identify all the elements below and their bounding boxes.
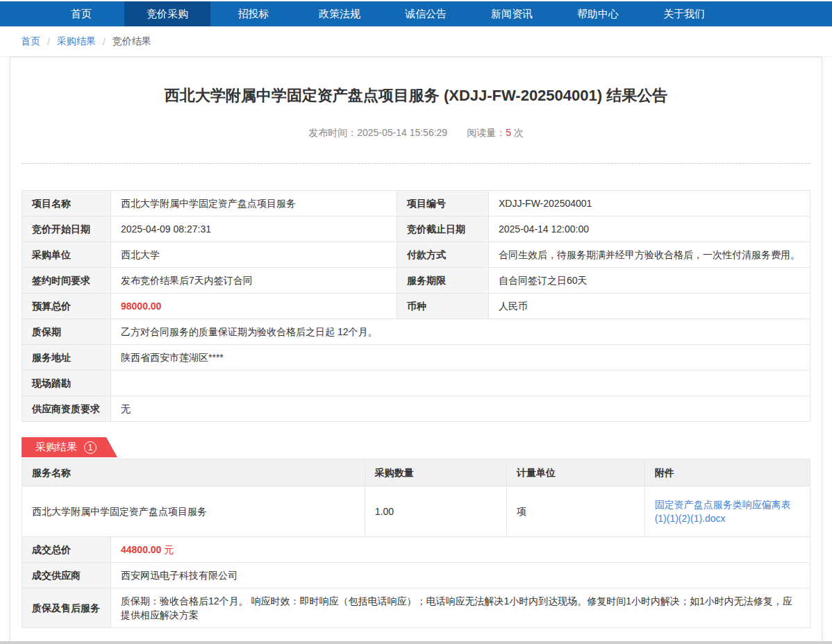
column-header-quantity: 采购数量 bbox=[365, 459, 506, 486]
quantity-cell: 1.00 bbox=[365, 486, 506, 537]
attachment-link[interactable]: 固定资产盘点服务类响应偏离表(1)(1)(2)(1).docx bbox=[655, 499, 791, 524]
table-row: 现场踏勘 bbox=[22, 371, 810, 396]
detail-label: 币种 bbox=[397, 294, 489, 319]
detail-value: 合同生效后，待服务期满并经甲方验收合格后，一次性付清服务费用。 bbox=[489, 242, 810, 268]
detail-value: 无 bbox=[111, 396, 810, 422]
nav-item-integrity-notices[interactable]: 诚信公告 bbox=[383, 1, 469, 26]
table-row: 西北大学附属中学固定资产盘点项目服务 1.00 项 固定资产盘点服务类响应偏离表… bbox=[22, 486, 810, 537]
detail-label: 质保期 bbox=[22, 319, 111, 345]
service-name-cell: 西北大学附属中学固定资产盘点项目服务 bbox=[22, 486, 365, 537]
purchase-result-table: 服务名称 采购数量 计量单位 附件 西北大学附属中学固定资产盘点项目服务 1.0… bbox=[22, 459, 810, 537]
project-details-table: 项目名称 西北大学附属中学固定资产盘点项目服务 项目编号 XDJJ-FW-202… bbox=[22, 190, 810, 422]
detail-value: 乙方对合同服务的质量保证期为验收合格后之日起 12个月。 bbox=[111, 319, 810, 345]
detail-label: 采购单位 bbox=[22, 242, 111, 268]
budget-total-value: 98000.00 bbox=[111, 294, 397, 319]
table-row: 质保及售后服务 质保期：验收合格后12个月。 响应时效：即时响应（包括电话响应）… bbox=[22, 588, 810, 628]
breadcrumb-purchase-results-link[interactable]: 采购结果 bbox=[57, 35, 96, 48]
detail-value: 发布竞价结果后7天内签订合同 bbox=[111, 268, 397, 294]
table-row: 成交供应商 西安网迅电子科技有限公司 bbox=[22, 563, 810, 588]
detail-label: 竞价截止日期 bbox=[397, 217, 489, 242]
table-row: 成交总价 44800.00 元 bbox=[22, 537, 810, 563]
breadcrumb-home-link[interactable]: 首页 bbox=[21, 35, 40, 48]
table-row: 质保期 乙方对合同服务的质量保证期为验收合格后之日起 12个月。 bbox=[22, 319, 810, 345]
table-row: 竞价开始日期 2025-04-09 08:27:31 竞价截止日期 2025-0… bbox=[22, 217, 810, 242]
detail-value: 人民币 bbox=[489, 294, 810, 319]
table-row: 供应商资质要求 无 bbox=[22, 396, 810, 422]
nav-item-news[interactable]: 新闻资讯 bbox=[469, 1, 555, 26]
divider bbox=[22, 163, 810, 164]
detail-label: 供应商资质要求 bbox=[22, 396, 111, 422]
deal-summary-table: 成交总价 44800.00 元 成交供应商 西安网迅电子科技有限公司 质保及售后… bbox=[22, 536, 810, 628]
publish-time-label: 发布时间： bbox=[308, 127, 357, 138]
detail-value: 2025-04-14 12:00:00 bbox=[489, 217, 810, 242]
detail-value bbox=[111, 371, 810, 396]
nav-item-policies[interactable]: 政策法规 bbox=[297, 1, 383, 26]
column-header-attachment: 附件 bbox=[644, 459, 810, 486]
detail-value: 自合同签订之日60天 bbox=[489, 268, 810, 294]
result-count-circle: 1 bbox=[84, 441, 97, 454]
announcement-card: 西北大学附属中学固定资产盘点项目服务 (XDJJ-FW-202504001) 结… bbox=[10, 57, 822, 644]
breadcrumb: 首页 / 采购结果 / 竞价结果 bbox=[0, 26, 832, 57]
detail-label: 项目名称 bbox=[22, 191, 111, 217]
deal-supplier-value: 西安网迅电子科技有限公司 bbox=[111, 563, 810, 588]
deal-total-amount: 44800.00 bbox=[121, 544, 161, 555]
table-row: 预算总价 98000.00 币种 人民币 bbox=[22, 294, 810, 319]
table-row: 项目名称 西北大学附属中学固定资产盘点项目服务 项目编号 XDJJ-FW-202… bbox=[22, 191, 810, 217]
detail-label: 签约时间要求 bbox=[22, 268, 111, 294]
nav-item-bidding-purchase[interactable]: 竞价采购 bbox=[124, 1, 210, 26]
views-label: 阅读量： bbox=[467, 127, 506, 138]
detail-label: 服务期限 bbox=[397, 268, 489, 294]
deal-supplier-label: 成交供应商 bbox=[22, 563, 111, 588]
views-unit: 次 bbox=[514, 127, 524, 138]
publish-time-value: 2025-05-14 15:56:29 bbox=[357, 127, 447, 138]
table-row: 采购单位 西北大学 付款方式 合同生效后，待服务期满并经甲方验收合格后，一次性付… bbox=[22, 242, 810, 268]
breadcrumb-current-page: 竞价结果 bbox=[113, 35, 151, 48]
detail-label: 付款方式 bbox=[397, 242, 489, 268]
warranty-service-label: 质保及售后服务 bbox=[22, 588, 111, 628]
nav-item-about-us[interactable]: 关于我们 bbox=[641, 1, 727, 26]
warranty-service-value: 质保期：验收合格后12个月。 响应时效：即时响应（包括电话响应）；电话响应无法解… bbox=[111, 588, 810, 628]
detail-label: 预算总价 bbox=[22, 294, 111, 319]
deal-total-label: 成交总价 bbox=[22, 537, 111, 563]
footer-top-strip bbox=[0, 641, 832, 644]
article-meta: 发布时间：2025-05-14 15:56:29阅读量：5 次 bbox=[10, 127, 822, 139]
nav-item-home[interactable]: 首页 bbox=[38, 1, 124, 26]
detail-label: 服务地址 bbox=[22, 345, 111, 371]
detail-value: XDJJ-FW-202504001 bbox=[489, 191, 810, 217]
table-row: 签约时间要求 发布竞价结果后7天内签订合同 服务期限 自合同签订之日60天 bbox=[22, 268, 810, 294]
column-header-service-name: 服务名称 bbox=[22, 459, 365, 486]
nav-item-tendering[interactable]: 招投标 bbox=[210, 1, 297, 26]
detail-value: 陕西省西安市莲湖区**** bbox=[111, 345, 810, 371]
deal-total-value: 44800.00 元 bbox=[111, 537, 810, 563]
attachment-cell: 固定资产盘点服务类响应偏离表(1)(1)(2)(1).docx bbox=[644, 486, 810, 537]
page-title: 西北大学附属中学固定资产盘点项目服务 (XDJJ-FW-202504001) 结… bbox=[10, 58, 822, 106]
breadcrumb-separator: / bbox=[47, 36, 50, 47]
nav-item-help-center[interactable]: 帮助中心 bbox=[555, 1, 641, 26]
detail-value: 西北大学 bbox=[111, 242, 397, 268]
table-header-row: 服务名称 采购数量 计量单位 附件 bbox=[22, 459, 810, 486]
breadcrumb-separator: / bbox=[103, 36, 106, 47]
unit-cell: 项 bbox=[507, 486, 645, 537]
views-count: 5 bbox=[506, 127, 511, 138]
purchase-result-badge-label: 采购结果 bbox=[35, 441, 77, 454]
detail-label: 现场踏勘 bbox=[22, 371, 111, 396]
column-header-unit: 计量单位 bbox=[507, 459, 645, 486]
table-row: 服务地址 陕西省西安市莲湖区**** bbox=[22, 345, 810, 371]
detail-value: 2025-04-09 08:27:31 bbox=[111, 217, 397, 242]
purchase-result-badge: 采购结果 1 bbox=[22, 437, 117, 457]
detail-value: 西北大学附属中学固定资产盘点项目服务 bbox=[111, 191, 397, 217]
detail-label: 项目编号 bbox=[397, 191, 489, 217]
deal-total-unit: 元 bbox=[161, 544, 174, 555]
top-navigation: 首页 竞价采购 招投标 政策法规 诚信公告 新闻资讯 帮助中心 关于我们 bbox=[0, 1, 832, 26]
detail-label: 竞价开始日期 bbox=[22, 217, 111, 242]
